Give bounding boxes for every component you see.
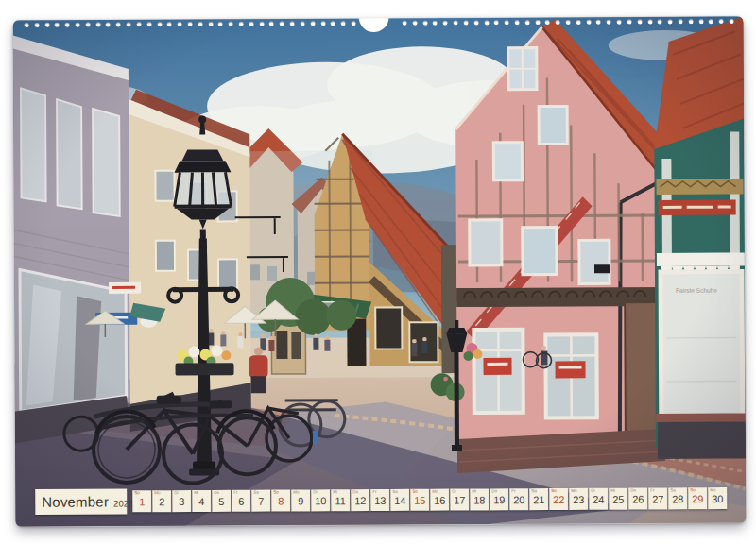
- punch-hole: [85, 23, 90, 27]
- day-weekday: So: [134, 491, 140, 496]
- punch-hole: [95, 23, 100, 27]
- day-weekday: Mo: [293, 490, 299, 495]
- punch-hole: [239, 22, 244, 26]
- calendar-day-cell: Mo16: [430, 489, 449, 511]
- day-weekday: Di: [174, 491, 178, 496]
- calendar-day-cell: So8: [271, 489, 290, 511]
- punch-hole: [484, 20, 489, 25]
- day-weekday: Sa: [253, 491, 259, 496]
- day-number: 22: [549, 495, 568, 505]
- punch-hole: [25, 23, 29, 27]
- day-weekday: Sa: [392, 490, 398, 495]
- day-weekday: So: [273, 491, 279, 496]
- punch-hole: [188, 22, 193, 26]
- punch-hole: [157, 22, 162, 26]
- month-label: November 2026: [35, 488, 127, 515]
- punch-hole: [566, 20, 571, 25]
- day-number: 17: [450, 496, 469, 506]
- punch-hole: [76, 23, 80, 27]
- punch-hole: [698, 19, 703, 24]
- calendar-day-cell: Mi11: [331, 489, 350, 511]
- calendar-day-cell: So15: [410, 489, 429, 511]
- day-number: 30: [708, 494, 727, 504]
- calendar-strip: November 2026 So1Mo2Di3Mi4Do5Fr6Sa7So8Mo…: [35, 485, 727, 515]
- punch-hole: [688, 19, 693, 24]
- punch-hole: [198, 22, 202, 26]
- punch-hole: [463, 21, 468, 26]
- day-number: 26: [628, 495, 647, 505]
- day-number: 2: [152, 497, 171, 507]
- day-number: 5: [212, 497, 231, 507]
- punch-hole: [34, 23, 39, 27]
- calendar-day-cell: So1: [132, 490, 151, 512]
- punch-hole: [301, 21, 305, 26]
- day-weekday: Mi: [472, 489, 476, 494]
- month-name: November: [42, 494, 109, 510]
- punch-hole: [627, 20, 631, 25]
- punch-hole: [586, 20, 591, 25]
- punch-hole: [524, 20, 529, 25]
- day-number: 29: [688, 494, 707, 504]
- punch-hole: [637, 20, 642, 25]
- day-weekday: Do: [491, 489, 497, 494]
- calendar-day-cell: Do12: [351, 489, 369, 511]
- punch-hole: [249, 22, 253, 26]
- day-number: 24: [589, 495, 608, 505]
- day-number: 20: [509, 495, 528, 505]
- punch-hole: [310, 21, 315, 26]
- punch-hole: [44, 23, 49, 27]
- day-weekday: So: [690, 488, 696, 493]
- day-weekday: Fr: [372, 490, 376, 495]
- calendar-day-cell: Di10: [311, 489, 330, 511]
- day-weekday: Sa: [670, 488, 676, 493]
- day-cells-row: So1Mo2Di3Mi4Do5Fr6Sa7So8Mo9Di10Mi11Do12F…: [132, 487, 727, 512]
- day-weekday: Mo: [432, 490, 438, 495]
- day-number: 6: [232, 497, 250, 507]
- calendar-day-cell: Fr27: [648, 487, 667, 509]
- day-weekday: Do: [630, 489, 636, 494]
- punch-hole: [259, 22, 264, 26]
- day-number: 18: [470, 495, 489, 505]
- punch-hole: [515, 20, 520, 25]
- calendar-day-cell: Di24: [589, 488, 608, 510]
- calendar-day-cell: Di3: [172, 490, 191, 512]
- day-weekday: Fr: [650, 488, 654, 493]
- punch-hole: [422, 21, 427, 26]
- day-weekday: Mi: [610, 489, 615, 494]
- day-number: 16: [430, 496, 449, 506]
- day-number: 4: [192, 497, 211, 507]
- punch-hole: [403, 21, 407, 26]
- vignette: [13, 16, 747, 526]
- day-weekday: Sa: [531, 489, 537, 494]
- day-number: 21: [529, 495, 548, 505]
- day-weekday: Mi: [194, 491, 198, 496]
- day-weekday: Do: [214, 491, 219, 496]
- calendar-day-cell: Fr13: [370, 489, 389, 511]
- day-number: 1: [132, 497, 151, 507]
- punch-hole: [352, 21, 356, 26]
- calendar-page: Fairste Schuhe: [13, 16, 747, 527]
- street-photo: Fairste Schuhe: [13, 16, 747, 527]
- day-number: 8: [271, 496, 290, 506]
- punch-hole: [320, 21, 325, 26]
- day-weekday: So: [551, 489, 557, 494]
- calendar-day-cell: Sa7: [251, 490, 270, 512]
- calendar-day-cell: Mi25: [609, 488, 627, 510]
- day-weekday: Mo: [154, 491, 160, 496]
- calendar-day-cell: Mo9: [291, 489, 310, 511]
- day-number: 7: [251, 497, 270, 507]
- calendar-day-cell: Do5: [212, 490, 231, 512]
- day-number: 11: [331, 496, 350, 506]
- day-number: 12: [351, 496, 369, 506]
- calendar-day-cell: So29: [688, 487, 707, 509]
- day-number: 23: [569, 495, 588, 505]
- day-weekday: Mo: [710, 488, 715, 493]
- day-number: 25: [609, 495, 627, 505]
- day-number: 27: [648, 494, 667, 504]
- day-weekday: So: [412, 490, 418, 495]
- day-number: 28: [668, 494, 687, 504]
- day-weekday: Mi: [333, 490, 337, 495]
- calendar-day-cell: Sa21: [529, 488, 548, 510]
- day-weekday: Fr: [233, 491, 237, 496]
- punch-hole: [576, 20, 580, 25]
